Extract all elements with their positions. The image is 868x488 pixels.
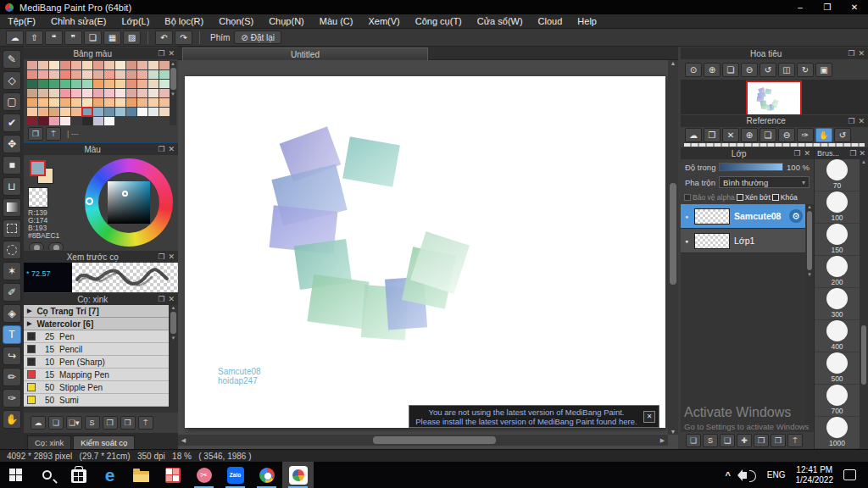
eraser-tool[interactable]: ◇ — [3, 71, 21, 90]
gradient-tool[interactable] — [3, 198, 21, 217]
grid-edit-icon[interactable]: ▨ — [123, 30, 141, 45]
zoom-in-icon[interactable]: ⊕ — [704, 63, 721, 77]
palette-swatch[interactable] — [71, 117, 81, 125]
palette-swatch[interactable] — [159, 80, 170, 88]
navigator-thumbnail[interactable] — [746, 80, 802, 114]
curve-tool[interactable]: ✔ — [3, 114, 21, 132]
palette-swatch[interactable] — [126, 108, 136, 116]
palette-swatch[interactable] — [115, 61, 125, 69]
close-button[interactable]: ✕ — [841, 0, 868, 14]
palette-swatch[interactable] — [104, 98, 114, 107]
select-eraser-tool[interactable]: ◈ — [3, 304, 21, 323]
menu-item[interactable]: Lớp(L) — [114, 14, 157, 29]
palette-swatch[interactable] — [49, 61, 59, 69]
palette-swatch[interactable] — [148, 61, 159, 69]
cloud-download-icon[interactable]: ☁ — [685, 128, 702, 142]
palette-swatch[interactable] — [104, 89, 114, 97]
taskbar-medibang-button[interactable] — [282, 462, 314, 488]
move-tool[interactable]: ✥ — [3, 135, 21, 153]
close-icon[interactable]: ✕ — [168, 295, 175, 303]
bucket-tool[interactable]: ⊔ — [3, 177, 21, 196]
open-folder-icon[interactable]: ❒ — [704, 128, 721, 142]
hand-tool[interactable]: ✋ — [3, 410, 21, 429]
delete-layer-icon[interactable]: ⍑ — [787, 434, 803, 447]
palette-swatch[interactable] — [60, 61, 70, 69]
brush-size-option[interactable]: 1000 — [815, 417, 860, 449]
palette-swatch[interactable] — [27, 61, 37, 69]
palette-swatch[interactable] — [115, 70, 125, 79]
lasso-tool[interactable] — [3, 241, 21, 259]
scroll-left-icon[interactable]: ◀ — [178, 437, 189, 444]
taskbar-game-button[interactable] — [157, 462, 188, 488]
menu-item[interactable]: Công cụ(T) — [408, 14, 470, 29]
layer-visibility-toggle[interactable]: ● — [683, 214, 690, 219]
clear-reference-icon[interactable]: ✕ — [722, 128, 739, 142]
select-rect-tool[interactable]: ▢ — [3, 92, 21, 111]
palette-swatch[interactable] — [82, 108, 92, 116]
palette-swatch[interactable] — [137, 89, 147, 97]
brush-size-option[interactable]: 300 — [815, 288, 860, 320]
language-indicator[interactable]: ENG — [767, 470, 786, 480]
close-icon[interactable]: ✕ — [168, 49, 175, 58]
taskbar-zalo-button[interactable]: Zalo — [220, 462, 251, 488]
close-icon[interactable]: ✕ — [858, 117, 865, 125]
palette-swatch[interactable] — [49, 117, 59, 125]
palette-swatch[interactable] — [126, 89, 136, 97]
palette-swatch[interactable] — [93, 70, 103, 79]
palette-swatch[interactable] — [126, 98, 136, 107]
brush-row[interactable]: 15Pencil — [24, 343, 169, 356]
brush-size-option[interactable]: 150 — [815, 224, 860, 256]
palette-swatch[interactable] — [71, 108, 81, 116]
rotate-left-icon[interactable]: ↺ — [760, 63, 776, 77]
brush-size-scrollbar[interactable]: ▲ — [860, 159, 868, 449]
palette-swatch[interactable] — [82, 89, 92, 97]
scroll-right-icon[interactable]: ▶ — [657, 437, 668, 444]
palette-swatch[interactable] — [27, 117, 37, 125]
brush-folder-icon[interactable]: ❒ — [103, 416, 118, 430]
palette-swatch[interactable] — [49, 80, 59, 88]
brush-size-option[interactable]: 500 — [815, 352, 860, 385]
palette-swatch[interactable] — [159, 70, 170, 79]
palette-swatch[interactable] — [115, 98, 125, 107]
palette-swatch[interactable] — [104, 61, 114, 69]
brush-row[interactable]: 50Stipple Pen — [24, 381, 169, 394]
palette-swatch[interactable] — [159, 98, 170, 107]
merge-layer-icon[interactable]: ❐ — [771, 434, 786, 447]
palette-swatch[interactable] — [38, 89, 48, 97]
palette-swatch[interactable] — [38, 117, 48, 125]
lock-checkbox[interactable]: Khóa — [772, 193, 798, 202]
taskbar-snipping-button[interactable]: ✂ — [188, 462, 220, 488]
brush-size-option[interactable]: 70 — [815, 159, 860, 191]
vscroll-thumb[interactable] — [670, 183, 676, 285]
zoom-out-icon[interactable]: ⊖ — [778, 128, 795, 142]
palette-swatch[interactable] — [93, 61, 103, 69]
close-icon[interactable]: ✕ — [858, 49, 865, 58]
brush-category-row[interactable]: ▶Watercolor [6] — [24, 318, 169, 330]
palette-swatch[interactable] — [126, 61, 136, 69]
scrollbar-thumb[interactable] — [807, 211, 812, 270]
palette-swatch[interactable] — [82, 117, 92, 125]
select-pen-tool[interactable]: ✐ — [3, 283, 21, 302]
magic-wand-tool[interactable]: ✶ — [3, 262, 21, 280]
color-wheel[interactable] — [85, 158, 173, 247]
zoom-in-icon[interactable]: ⊕ — [741, 128, 758, 142]
palette-swatch[interactable] — [104, 117, 114, 125]
new-brush-icon[interactable]: ❏ — [48, 416, 64, 430]
foreground-color-swatch[interactable] — [30, 160, 46, 176]
palette-swatch[interactable] — [159, 108, 170, 116]
palette-swatch[interactable] — [82, 61, 92, 69]
menu-item[interactable]: Chỉnh sửa(E) — [43, 14, 114, 29]
undo-button[interactable]: ↶ — [155, 30, 173, 45]
brush-list-scrollbar[interactable]: ▲ ▼ — [169, 305, 178, 413]
notification-close-button[interactable]: ✕ — [643, 411, 655, 423]
popout-icon[interactable]: ❐ — [158, 295, 164, 303]
close-icon[interactable]: ✕ — [168, 145, 175, 153]
popout-icon[interactable]: ❐ — [848, 49, 854, 58]
brush-size-option[interactable]: 200 — [815, 256, 860, 288]
menu-item[interactable]: Cửa sổ(W) — [470, 14, 531, 29]
palette-scrollbar[interactable]: ▲ ▼ — [170, 61, 176, 125]
chat-bubble-icon[interactable]: ❝ — [45, 30, 63, 45]
eyedropper-icon[interactable]: ✑ — [797, 128, 814, 142]
scroll-down-icon[interactable]: ▼ — [170, 92, 175, 97]
color-wheel-mode-button[interactable] — [29, 242, 44, 250]
